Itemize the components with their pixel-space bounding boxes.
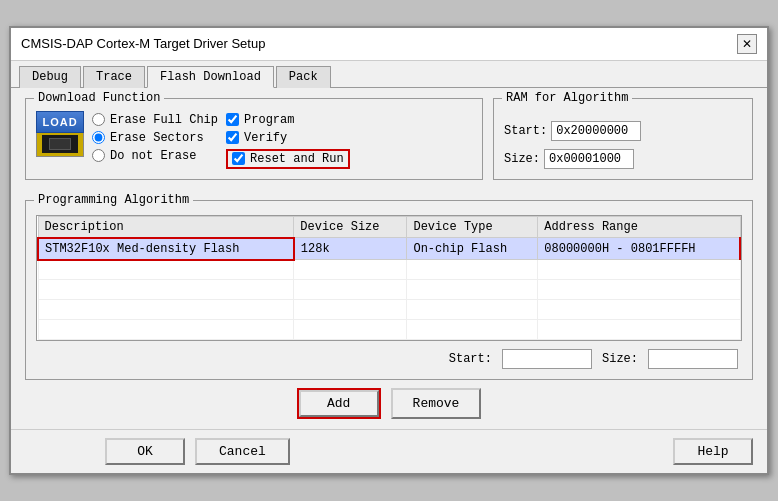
ram-start-input[interactable] — [551, 121, 641, 141]
table-row[interactable]: STM32F10x Med-density Flash 128k On-chip… — [38, 238, 740, 260]
algo-size-label: Size: — [602, 352, 638, 366]
footer-inner: OK Cancel Help — [25, 438, 753, 465]
radio-options: Erase Full Chip Erase Sectors Do not Era… — [92, 113, 218, 169]
tab-flash-download[interactable]: Flash Download — [147, 66, 274, 88]
main-window: CMSIS-DAP Cortex-M Target Driver Setup ✕… — [9, 26, 769, 476]
col-device-type: Device Type — [407, 216, 538, 238]
table-empty-row-3 — [38, 300, 740, 320]
cell-description: STM32F10x Med-density Flash — [38, 238, 294, 260]
erase-full-chip-label: Erase Full Chip — [110, 113, 218, 127]
add-button[interactable]: Add — [299, 390, 379, 417]
table-empty-row-1 — [38, 260, 740, 280]
help-button[interactable]: Help — [673, 438, 753, 465]
ram-start-label: Start: — [504, 124, 547, 138]
radio-do-not-erase[interactable]: Do not Erase — [92, 149, 218, 163]
load-text: LOAD — [42, 116, 77, 128]
radio-erase-sectors[interactable]: Erase Sectors — [92, 131, 218, 145]
ram-start-group: Start: — [504, 121, 641, 141]
col-device-size: Device Size — [294, 216, 407, 238]
cell-address-range: 08000000H - 0801FFFFH — [538, 238, 740, 260]
ram-label: RAM for Algorithm — [502, 91, 632, 105]
algorithm-table: Description Device Size Device Type Addr… — [37, 216, 741, 341]
title-bar: CMSIS-DAP Cortex-M Target Driver Setup ✕ — [11, 28, 767, 61]
cell-device-type: On-chip Flash — [407, 238, 538, 260]
ram-size-label: Size: — [504, 152, 540, 166]
do-not-erase-label: Do not Erase — [110, 149, 196, 163]
programming-algorithm-group: Programming Algorithm Description Device… — [25, 200, 753, 381]
top-section: Download Function LOAD — [25, 98, 753, 190]
footer-center-buttons: OK Cancel — [105, 438, 290, 465]
program-label: Program — [244, 113, 294, 127]
tab-pack[interactable]: Pack — [276, 66, 331, 88]
download-function-group: Download Function LOAD — [25, 98, 483, 180]
add-button-wrapper: Add — [297, 388, 381, 419]
main-content: Download Function LOAD — [11, 88, 767, 430]
algorithm-table-wrapper: Description Device Size Device Type Addr… — [36, 215, 742, 342]
algo-start-input[interactable] — [502, 349, 592, 369]
radio-erase-full-chip[interactable]: Erase Full Chip — [92, 113, 218, 127]
reset-run-label: Reset and Run — [250, 152, 344, 166]
ram-group: RAM for Algorithm Start: Size: — [493, 98, 753, 180]
algo-size-input[interactable] — [648, 349, 738, 369]
programming-algorithm-label: Programming Algorithm — [34, 193, 193, 207]
verify-label: Verify — [244, 131, 287, 145]
table-empty-row-4 — [38, 320, 740, 340]
erase-sectors-label: Erase Sectors — [110, 131, 204, 145]
chip-pattern — [42, 135, 78, 153]
ok-button[interactable]: OK — [105, 438, 185, 465]
close-button[interactable]: ✕ — [737, 34, 757, 54]
window-title: CMSIS-DAP Cortex-M Target Driver Setup — [21, 36, 265, 51]
checkbox-reset-run[interactable]: Reset and Run — [226, 149, 350, 169]
table-header-row: Description Device Size Device Type Addr… — [38, 216, 740, 238]
tab-debug[interactable]: Debug — [19, 66, 81, 88]
col-address-range: Address Range — [538, 216, 740, 238]
load-icon: LOAD — [36, 111, 84, 159]
cell-device-size: 128k — [294, 238, 407, 260]
ram-size-group: Size: — [504, 149, 634, 169]
checkbox-program[interactable]: Program — [226, 113, 350, 127]
tab-bar: Debug Trace Flash Download Pack — [11, 61, 767, 88]
load-icon-top: LOAD — [36, 111, 84, 133]
algorithm-button-row: Add Remove — [25, 388, 753, 419]
load-icon-bot — [36, 133, 84, 157]
remove-button[interactable]: Remove — [391, 388, 482, 419]
reset-run-box: Reset and Run — [226, 149, 350, 169]
footer: OK Cancel Help — [11, 429, 767, 473]
download-function-label: Download Function — [34, 91, 164, 105]
ram-size-input[interactable] — [544, 149, 634, 169]
cancel-button[interactable]: Cancel — [195, 438, 290, 465]
ram-fields: Start: Size: — [504, 121, 742, 169]
algo-start-label: Start: — [449, 352, 492, 366]
download-inner: LOAD Erase Full Chip — [36, 109, 472, 169]
algorithm-bottom-fields: Start: Size: — [36, 349, 742, 369]
checkbox-options: Program Verify Reset and Run — [226, 113, 350, 169]
col-description: Description — [38, 216, 294, 238]
tab-trace[interactable]: Trace — [83, 66, 145, 88]
checkbox-verify[interactable]: Verify — [226, 131, 350, 145]
table-empty-row-2 — [38, 280, 740, 300]
